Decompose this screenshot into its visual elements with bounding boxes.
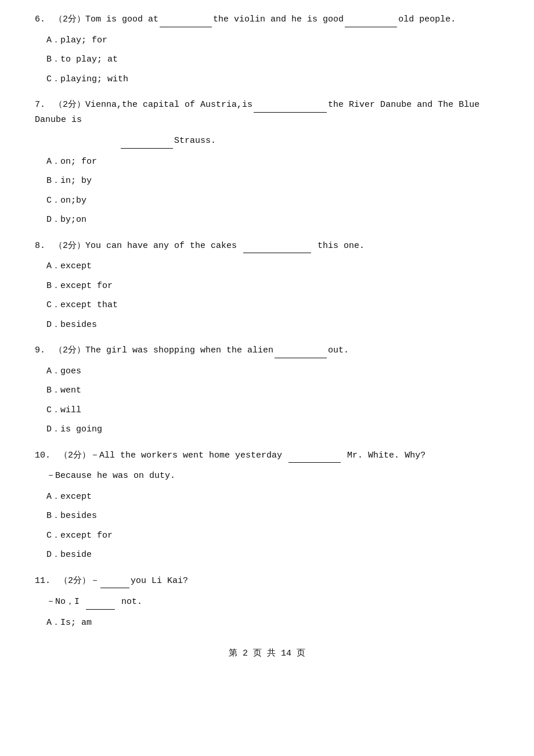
q8-option-a-text: except: [60, 261, 92, 271]
q8-option-b-label: B．: [46, 281, 60, 291]
q6-blank1: [160, 12, 212, 27]
q6-option-a-text: play; for: [60, 35, 107, 45]
q9-option-b-text: went: [60, 386, 81, 395]
q9-option-a-text: goes: [60, 366, 81, 376]
q10-number: 10.: [35, 451, 59, 460]
q7-option-c: C．on;by: [35, 193, 499, 208]
q9-option-b-label: B．: [46, 386, 60, 395]
q7-option-d-text: by;on: [60, 215, 86, 225]
question-7-text: 7. （2分）Vienna,the capital of Austria,is …: [35, 97, 499, 127]
q6-blank2: [345, 12, 397, 27]
q10-option-b: B．besides: [35, 509, 499, 524]
q11-text-before: －: [91, 576, 99, 586]
q7-option-a-label: A．: [46, 157, 60, 167]
q6-option-a-label: A．: [46, 35, 60, 45]
q11-blank1: [100, 573, 129, 589]
q9-option-a: A．goes: [35, 364, 499, 379]
q11-continuation: －No，I not.: [35, 594, 499, 610]
q6-text-after: old people.: [398, 15, 456, 24]
q6-text-before: Tom is good at: [85, 15, 158, 24]
q7-option-b-label: B．: [46, 176, 60, 186]
q11-option-a-label: A．: [46, 618, 60, 628]
q8-option-d: D．besides: [35, 318, 499, 333]
page-footer-text: 第 2 页 共 14 页: [229, 649, 305, 658]
q6-option-b: B．to play; at: [35, 52, 499, 67]
q8-option-d-text: besides: [60, 320, 97, 330]
q8-option-b: B．except for: [35, 279, 499, 294]
question-9-text: 9. （2分）The girl was shopping when the al…: [35, 343, 499, 358]
q7-option-d-label: D．: [46, 215, 60, 225]
q6-text-middle: the violin and he is good: [213, 15, 344, 24]
q9-option-c: C．will: [35, 403, 499, 418]
q7-continuation-text: [46, 136, 120, 146]
q10-option-c-text: except for: [60, 531, 113, 541]
q11-text-after: you Li Kai?: [131, 576, 188, 586]
page-footer: 第 2 页 共 14 页: [35, 647, 499, 658]
q7-text-before: Vienna,the capital of Austria,is: [85, 100, 252, 110]
q6-option-b-label: B．: [46, 55, 60, 64]
q10-option-d: D．beside: [35, 548, 499, 563]
q10-option-b-text: besides: [60, 511, 97, 521]
question-8: 8. （2分）You can have any of the cakes thi…: [35, 238, 499, 333]
question-11: 11. （2分）－ you Li Kai? －No，I not. A．Is; a…: [35, 573, 499, 631]
question-8-text: 8. （2分）You can have any of the cakes thi…: [35, 238, 499, 254]
q10-text-after: Mr. White. Why?: [342, 451, 425, 460]
question-6: 6. （2分）Tom is good at the violin and he …: [35, 12, 499, 87]
q8-option-a: A．except: [35, 259, 499, 274]
q10-text-before: －All the workers went home yesterday: [91, 451, 287, 460]
q6-points: （2分）: [54, 15, 85, 24]
q11-blank2: [86, 594, 115, 610]
q9-number: 9.: [35, 345, 54, 355]
question-10-text: 10. （2分）－All the workers went home yeste…: [35, 448, 499, 463]
q10-option-a-text: except: [60, 492, 92, 502]
q9-text-after: out.: [328, 345, 349, 355]
q11-continuation-text-after: not.: [116, 597, 142, 607]
q7-option-d: D．by;on: [35, 213, 499, 228]
q9-option-c-text: will: [60, 405, 81, 415]
q7-option-a-text: on; for: [60, 157, 97, 167]
q8-option-c: C．except that: [35, 298, 499, 313]
q7-option-b: B．in; by: [35, 174, 499, 189]
q8-text-after: this one.: [312, 241, 365, 251]
q7-option-c-label: C．: [46, 196, 60, 206]
q9-text-before: The girl was shopping when the alien: [85, 345, 273, 355]
q10-option-a-label: A．: [46, 492, 60, 502]
q8-option-c-text: except that: [60, 300, 118, 310]
q9-option-d-label: D．: [46, 424, 60, 434]
q8-option-c-label: C．: [46, 300, 60, 310]
q9-option-a-label: A．: [46, 366, 60, 376]
q6-option-c: C．playing; with: [35, 72, 499, 87]
q8-text-before: You can have any of the cakes: [85, 241, 242, 251]
q10-option-b-label: B．: [46, 511, 60, 521]
q6-option-a: A．play; for: [35, 33, 499, 48]
q11-continuation-text-before: －No，I: [46, 597, 85, 607]
q7-option-a: A．on; for: [35, 154, 499, 170]
q7-option-b-text: in; by: [60, 176, 92, 186]
q9-blank1: [275, 343, 327, 358]
q11-option-a-text: Is; am: [60, 618, 92, 628]
q10-blank1: [288, 448, 341, 463]
question-6-text: 6. （2分）Tom is good at the violin and he …: [35, 12, 499, 27]
q6-option-b-text: to play; at: [60, 55, 118, 64]
q7-option-c-text: on;by: [60, 196, 86, 206]
q10-option-d-label: D．: [46, 550, 60, 560]
question-7: 7. （2分）Vienna,the capital of Austria,is …: [35, 97, 499, 228]
q7-continuation: Strauss.: [35, 133, 499, 149]
question-9: 9. （2分）The girl was shopping when the al…: [35, 343, 499, 437]
q9-option-d-text: is going: [60, 424, 102, 434]
q10-continuation-text: －Because he was on duty.: [46, 471, 175, 481]
q8-number: 8.: [35, 241, 54, 251]
q8-option-a-label: A．: [46, 261, 60, 271]
q9-option-b: B．went: [35, 383, 499, 398]
q9-points: （2分）: [54, 345, 85, 355]
q10-continuation: －Because he was on duty.: [35, 469, 499, 484]
q7-blank1: [254, 97, 327, 113]
q6-option-c-label: C．: [46, 74, 60, 84]
q8-option-d-label: D．: [46, 320, 60, 330]
q10-option-c-label: C．: [46, 531, 60, 541]
q6-number: 6.: [35, 15, 54, 24]
q8-points: （2分）: [54, 241, 85, 251]
q10-option-c: C．except for: [35, 528, 499, 543]
question-10: 10. （2分）－All the workers went home yeste…: [35, 448, 499, 563]
q11-option-a: A．Is; am: [35, 615, 499, 631]
